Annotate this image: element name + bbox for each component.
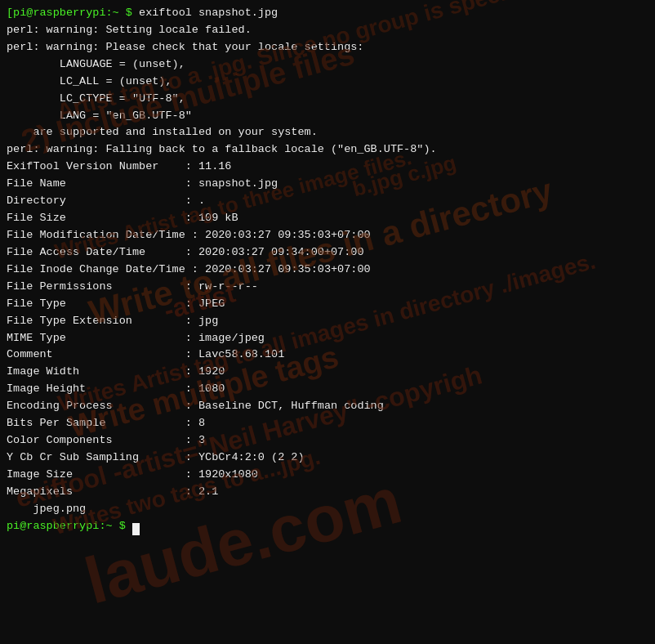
field-file-permissions: File Permissions : rw-r--r-- [7,279,648,296]
field-image-size: Image Size : 1920x1080 [7,467,648,484]
field-file-type: File Type : JPEG [7,296,648,313]
terminal-line-1: [pi@raspberrypi:~ $ exiftool snapshot.jp… [7,5,648,22]
field-megapixels: Megapixels : 2.1 [7,484,648,501]
field-image-height: Image Height : 1080 [7,381,648,398]
prompt-2: pi@raspberrypi:~ $ [7,520,126,532]
terminal-line-3: perl: warning: Please check that your lo… [7,39,648,56]
field-file-type-ext: File Type Extension : jpg [7,313,648,330]
prompt-1: [pi@raspberrypi:~ $ [7,7,132,19]
cursor [132,523,140,535]
terminal-line-6: LC_CTYPE = "UTF-8", [7,91,648,108]
terminal-window: [pi@raspberrypi:~ $ exiftool snapshot.jp… [0,0,655,644]
field-file-name: File Name : snapshot.jpg [7,176,648,193]
field-file-inode-date: File Inode Change Date/Time : 2020:03:27… [7,262,648,279]
field-color-components: Color Components : 3 [7,432,648,449]
terminal-line-2: perl: warning: Setting locale failed. [7,22,648,39]
terminal-line-7: LANG = "en_GB.UTF-8" [7,108,648,125]
field-bits-per-sample: Bits Per Sample : 8 [7,415,648,432]
terminal-line-8: are supported and installed on your syst… [7,124,648,141]
field-mime-type: MIME Type : image/jpeg [7,330,648,347]
field-comment: Comment : Lavc58.68.101 [7,347,648,364]
field-file-size: File Size : 109 kB [7,210,648,227]
field-encoding-process: Encoding Process : Baseline DCT, Huffman… [7,398,648,415]
terminal-line-4: LANGUAGE = (unset), [7,56,648,74]
field-file-access-date: File Access Date/Time : 2020:03:27 09:34… [7,244,648,262]
terminal-line-5: LC_ALL = (unset), [7,74,648,91]
field-file-mod-date: File Modification Date/Time : 2020:03:27… [7,227,648,244]
terminal-line-9: perl: warning: Falling back to a fallbac… [7,141,648,159]
terminal-line-30: jpeg.png [7,501,648,518]
field-exiftool-version: ExifTool Version Number : 11.16 [7,159,648,176]
field-ycbcr-sub-sampling: Y Cb Cr Sub Sampling : YCbCr4:2:0 (2 2) [7,449,648,467]
terminal-line-31: pi@raspberrypi:~ $ [7,518,648,535]
field-image-width: Image Width : 1920 [7,364,648,381]
command-1: exiftool snapshot.jpg [132,7,278,19]
field-directory: Directory : . [7,193,648,210]
